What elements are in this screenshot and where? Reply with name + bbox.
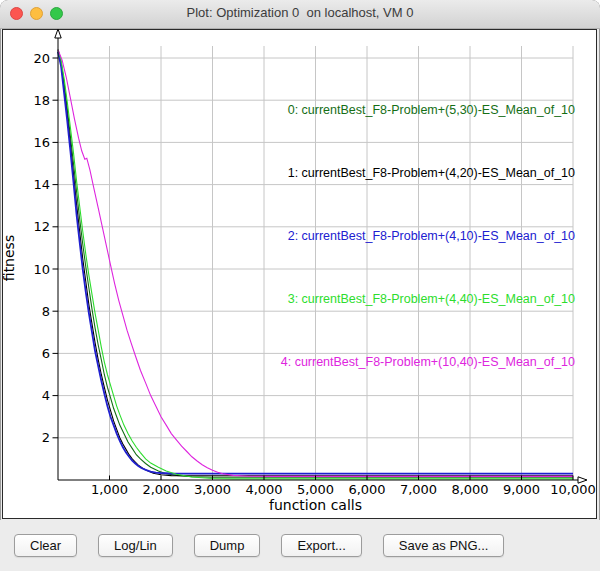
titlebar: Plot: Optimization 0 on localhost, VM 0 [0, 0, 600, 29]
window-title: Plot: Optimization 0 on localhost, VM 0 [0, 5, 600, 20]
clear-button[interactable]: Clear [14, 534, 77, 557]
dump-button[interactable]: Dump [194, 534, 261, 557]
legend-entry: 2: currentBest_F8-Problem+(4,10)-ES_Mean… [281, 226, 575, 247]
button-bar: Clear Log/Lin Dump Export... Save as PNG… [0, 520, 600, 571]
chart-legend: 0: currentBest_F8-Problem+(5,30)-ES_Mean… [281, 58, 575, 415]
legend-entry: 0: currentBest_F8-Problem+(5,30)-ES_Mean… [281, 100, 575, 121]
legend-entry: 3: currentBest_F8-Problem+(4,40)-ES_Mean… [281, 289, 575, 310]
legend-entry: 4: currentBest_F8-Problem+(10,40)-ES_Mea… [281, 352, 575, 373]
legend-entry: 1: currentBest_F8-Problem+(4,20)-ES_Mean… [281, 163, 575, 184]
plot-window: Plot: Optimization 0 on localhost, VM 0 … [0, 0, 600, 571]
loglin-button[interactable]: Log/Lin [98, 534, 173, 557]
save-as-png-button[interactable]: Save as PNG... [383, 534, 505, 557]
export-button[interactable]: Export... [281, 534, 361, 557]
